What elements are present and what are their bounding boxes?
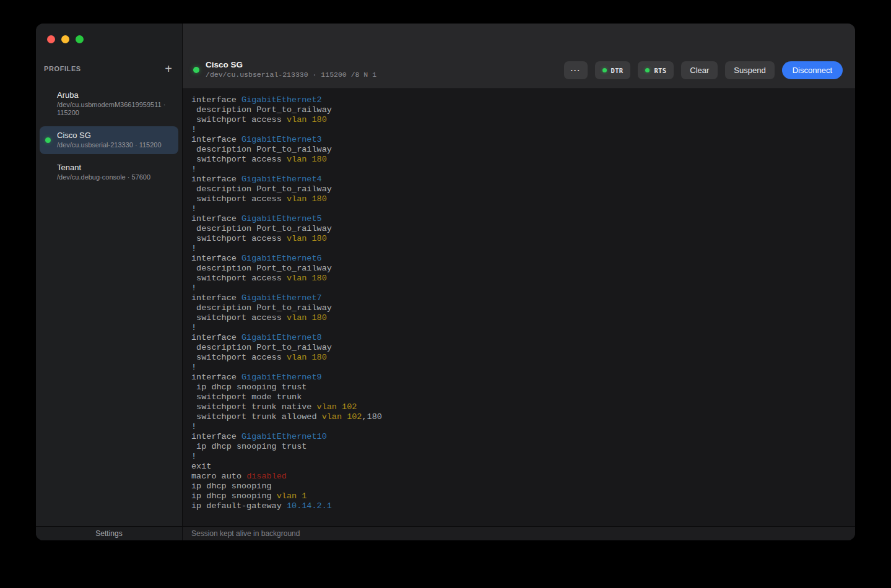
profile-list: Aruba/dev/cu.usbmodemM36619959511 · 1152… xyxy=(36,86,182,191)
rts-status-dot xyxy=(645,68,650,72)
dtr-status-dot xyxy=(602,68,607,72)
profile-name: Aruba xyxy=(57,90,172,100)
terminal-line: interface GigabitEthernet6 xyxy=(191,254,846,264)
terminal-line: interface GigabitEthernet5 xyxy=(191,214,846,224)
terminal-line: ! xyxy=(191,452,846,462)
dtr-toggle-button[interactable]: DTR xyxy=(595,61,631,79)
terminal-line: interface GigabitEthernet4 xyxy=(191,175,846,184)
status-message: Session kept alive in background xyxy=(191,529,300,538)
terminal-line: ip dhcp snooping trust xyxy=(191,383,846,392)
terminal-line: switchport trunk allowed vlan 102,180 xyxy=(191,412,846,422)
terminal-line: switchport access vlan 180 xyxy=(191,155,846,165)
connection-status-dot xyxy=(193,67,199,73)
rts-label: RTS xyxy=(654,67,666,74)
disconnect-button[interactable]: Disconnect xyxy=(782,61,843,79)
clear-button[interactable]: Clear xyxy=(681,61,718,79)
terminal-line: ! xyxy=(191,363,846,373)
add-profile-button[interactable]: + xyxy=(163,64,173,73)
terminal-line: ip dhcp snooping xyxy=(191,482,846,491)
zoom-window-button[interactable] xyxy=(76,35,84,43)
session-toolbar: Cisco SG /dev/cu.usbserial-213330 · 1152… xyxy=(183,24,855,89)
terminal-line: ip dhcp snooping vlan 1 xyxy=(191,491,846,501)
terminal-line: ! xyxy=(191,283,846,293)
terminal-line: interface GigabitEthernet10 xyxy=(191,432,846,442)
profile-item[interactable]: Cisco SG/dev/cu.usbserial-213330 · 11520… xyxy=(40,126,178,154)
settings-button[interactable]: Settings xyxy=(95,529,122,538)
terminal-line: switchport trunk native vlan 102 xyxy=(191,402,846,412)
profile-item[interactable]: Aruba/dev/cu.usbmodemM36619959511 · 1152… xyxy=(40,86,178,122)
toolbar-buttons: ··· DTR RTS Clear Suspend Disconnect xyxy=(564,61,843,79)
terminal-line: description Port_to_railway xyxy=(191,264,846,274)
sidebar-footer: Settings xyxy=(36,526,182,540)
window-controls xyxy=(36,24,182,43)
terminal-line: macro auto disabled xyxy=(191,472,846,482)
rts-toggle-button[interactable]: RTS xyxy=(638,61,674,79)
terminal-line: description Port_to_railway xyxy=(191,224,846,234)
terminal-line: switchport access vlan 180 xyxy=(191,234,846,244)
terminal-line: interface GigabitEthernet7 xyxy=(191,293,846,303)
terminal-line: ip default-gateway 10.14.2.1 xyxy=(191,501,846,511)
terminal-line: interface GigabitEthernet2 xyxy=(191,95,846,105)
profile-detail: /dev/cu.usbserial-213330 · 115200 xyxy=(57,141,172,149)
connection-text: Cisco SG /dev/cu.usbserial-213330 · 1152… xyxy=(206,60,376,79)
terminal-line: switchport access vlan 180 xyxy=(191,274,846,283)
more-options-button[interactable]: ··· xyxy=(564,61,588,79)
sidebar: PROFILES + Aruba/dev/cu.usbmodemM3661995… xyxy=(36,24,183,540)
connection-info: Cisco SG /dev/cu.usbserial-213330 · 1152… xyxy=(193,60,376,79)
terminal-line: switchport mode trunk xyxy=(191,392,846,402)
profile-detail: /dev/cu.usbmodemM36619959511 · 115200 xyxy=(57,101,172,117)
session-title: Cisco SG xyxy=(206,60,376,70)
session-subtitle: /dev/cu.usbserial-213330 · 115200 /8 N 1 xyxy=(206,71,376,79)
profiles-heading: PROFILES xyxy=(44,65,81,72)
terminal-line: switchport access vlan 180 xyxy=(191,194,846,204)
terminal-line: description Port_to_railway xyxy=(191,184,846,194)
terminal-line: description Port_to_railway xyxy=(191,105,846,115)
close-window-button[interactable] xyxy=(47,35,55,43)
terminal-line: interface GigabitEthernet9 xyxy=(191,373,846,383)
main-panel: Cisco SG /dev/cu.usbserial-213330 · 1152… xyxy=(183,24,855,540)
profile-connected-dot xyxy=(45,137,51,143)
profile-name: Tenant xyxy=(57,163,172,173)
terminal-line: description Port_to_railway xyxy=(191,343,846,353)
terminal-line: ! xyxy=(191,204,846,214)
profile-detail: /dev/cu.debug-console · 57600 xyxy=(57,173,172,181)
terminal-line: description Port_to_railway xyxy=(191,303,846,313)
terminal-line: interface GigabitEthernet3 xyxy=(191,135,846,145)
terminal-line: ! xyxy=(191,244,846,254)
terminal-line: ! xyxy=(191,125,846,135)
terminal-line: ! xyxy=(191,422,846,432)
minimize-window-button[interactable] xyxy=(61,35,69,43)
terminal-output[interactable]: interface GigabitEthernet2 description P… xyxy=(183,89,855,526)
terminal-line: description Port_to_railway xyxy=(191,145,846,155)
status-bar: Session kept alive in background xyxy=(183,526,855,540)
profile-item[interactable]: Tenant/dev/cu.debug-console · 57600 xyxy=(40,158,178,186)
app-window: PROFILES + Aruba/dev/cu.usbmodemM3661995… xyxy=(36,24,855,540)
terminal-line: switchport access vlan 180 xyxy=(191,353,846,363)
terminal-line: ! xyxy=(191,165,846,175)
terminal-line: interface GigabitEthernet8 xyxy=(191,333,846,343)
profile-name: Cisco SG xyxy=(57,131,172,141)
terminal-line: switchport access vlan 180 xyxy=(191,313,846,323)
dtr-label: DTR xyxy=(611,67,624,74)
terminal-line: switchport access vlan 180 xyxy=(191,115,846,125)
terminal-line: ! xyxy=(191,323,846,333)
profiles-header: PROFILES + xyxy=(36,64,182,73)
suspend-button[interactable]: Suspend xyxy=(725,61,774,79)
terminal-line: exit xyxy=(191,462,846,472)
terminal-line: ip dhcp snooping trust xyxy=(191,442,846,452)
